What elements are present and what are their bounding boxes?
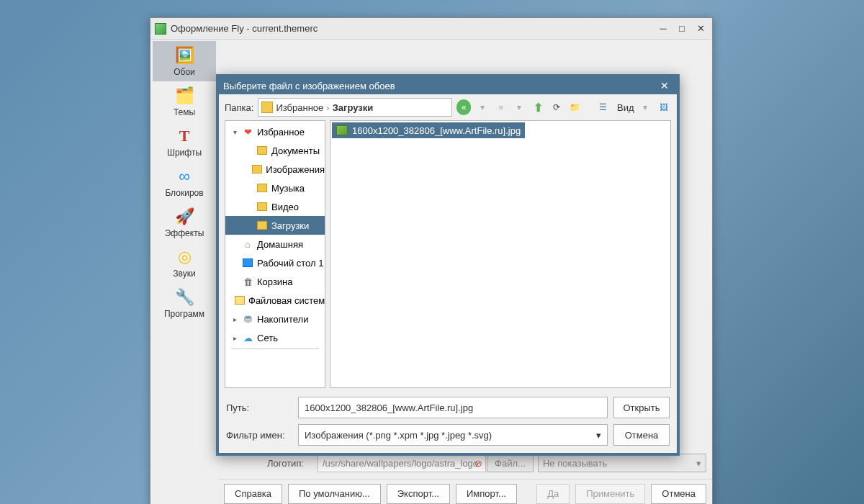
button-bar: Справка По умолчанию... Экспорт... Импор… xyxy=(218,479,712,504)
import-button[interactable]: Импорт... xyxy=(456,484,517,504)
tree-item-10[interactable]: ▸⛃Накопители xyxy=(225,310,325,328)
tree-item-11[interactable]: ▸☁Сеть xyxy=(225,328,325,347)
app-icon xyxy=(155,23,166,35)
folder-icon xyxy=(261,102,273,113)
close-button[interactable]: ✕ xyxy=(693,22,708,35)
back-button[interactable]: « xyxy=(456,99,471,115)
file-dialog: Выберите файл с изображением обоев ✕ Пап… xyxy=(216,74,680,456)
forward-menu-button: ▾ xyxy=(513,99,527,115)
view-label: Вид xyxy=(617,102,634,113)
maximize-button[interactable]: □ xyxy=(675,22,689,35)
forward-button: » xyxy=(494,99,508,115)
dialog-cancel-button[interactable]: Отмена xyxy=(613,424,670,446)
sidebar-icon: 🗂️ xyxy=(174,86,194,106)
preview-toggle-button[interactable]: 🖼 xyxy=(657,99,671,115)
tree-item-9[interactable]: Файловая система xyxy=(225,291,325,310)
view-menu-button[interactable]: ▾ xyxy=(639,99,653,115)
titlebar[interactable]: Оформление Fly - current.themerc ─ □ ✕ xyxy=(150,18,712,40)
sidebar-icon: ◎ xyxy=(174,247,194,267)
tree-item-4[interactable]: Видео xyxy=(225,197,325,216)
expand-icon[interactable]: ▾ xyxy=(231,128,238,136)
places-tree[interactable]: ▾❤ИзбранноеДокументыИзображенияМузыкаВид… xyxy=(225,120,325,388)
new-folder-button[interactable]: 📁 xyxy=(568,99,582,115)
dialog-titlebar[interactable]: Выберите файл с изображением обоев ✕ xyxy=(219,77,677,94)
breadcrumb-seg-0[interactable]: Избранное xyxy=(276,102,323,113)
tree-item-3[interactable]: Музыка xyxy=(225,179,325,197)
sidebar-item-5[interactable]: ◎Звуки xyxy=(153,243,216,283)
heart-icon: ❤ xyxy=(242,126,253,138)
filesystem-icon xyxy=(235,294,245,306)
sidebar-item-2[interactable]: TШрифты xyxy=(153,122,216,162)
sidebar-icon: 🚀 xyxy=(174,207,194,227)
folder-icon xyxy=(256,201,268,212)
window-title: Оформление Fly - current.themerc xyxy=(171,23,656,34)
sidebar-item-0[interactable]: 🖼️Обои xyxy=(153,41,216,81)
tree-label: Избранное xyxy=(257,127,305,138)
sidebar-label: Звуки xyxy=(173,269,195,279)
file-item-0[interactable]: 1600x1200_382806_[www.ArtFile.ru].jpg xyxy=(332,122,525,138)
view-icon: ☰ xyxy=(595,99,610,115)
trash-icon: 🗑 xyxy=(242,276,253,287)
defaults-button[interactable]: По умолчанию... xyxy=(288,484,381,504)
chevron-right-icon: › xyxy=(326,102,329,113)
tree-label: Рабочий стол 1 xyxy=(257,258,323,269)
dialog-toolbar: Папка: Избранное › Загрузки « ▾ » ▾ ⬆ ⟳ … xyxy=(219,94,677,120)
folder-icon xyxy=(256,145,268,156)
folder-icon xyxy=(252,163,262,175)
file-list[interactable]: 1600x1200_382806_[www.ArtFile.ru].jpg xyxy=(330,120,671,388)
clear-icon[interactable]: ⊘ xyxy=(474,458,482,469)
logo-display-select[interactable]: Не показывать▾ xyxy=(538,454,706,472)
expand-icon[interactable]: ▸ xyxy=(231,315,238,323)
dialog-close-button[interactable]: ✕ xyxy=(658,79,671,92)
sidebar-icon: ∞ xyxy=(174,166,194,186)
filter-select[interactable]: Изображения (*.png *.xpm *.jpg *.jpeg *.… xyxy=(298,424,608,446)
tree-label: Домашняя xyxy=(257,239,303,250)
cancel-button[interactable]: Отмена xyxy=(651,484,706,504)
logo-label: Логотип: xyxy=(267,458,313,469)
sidebar-icon: 🖼️ xyxy=(174,45,194,66)
filter-label: Фильтр имен: xyxy=(226,430,292,441)
help-button[interactable]: Справка xyxy=(224,484,282,504)
tree-item-7[interactable]: Рабочий стол 1 xyxy=(225,253,325,272)
sidebar-item-4[interactable]: 🚀Эффекты xyxy=(153,202,216,243)
sidebar-label: Шрифты xyxy=(167,148,202,158)
minimize-button[interactable]: ─ xyxy=(656,22,670,35)
refresh-button[interactable]: ⟳ xyxy=(549,99,564,115)
tree-label: Накопители xyxy=(257,314,308,325)
folder-icon xyxy=(256,182,268,194)
tree-item-0[interactable]: ▾❤Избранное xyxy=(225,122,325,141)
tree-label: Сеть xyxy=(257,333,278,343)
back-menu-button[interactable]: ▾ xyxy=(475,99,490,115)
folder-icon xyxy=(256,220,268,231)
up-button[interactable]: ⬆ xyxy=(531,99,545,115)
open-button[interactable]: Открыть xyxy=(613,397,670,418)
sidebar: 🖼️Обои🗂️ТемыTШрифты∞Блокиров🚀Эффекты◎Зву… xyxy=(150,40,218,504)
image-file-icon xyxy=(336,125,348,135)
drives-icon: ⛃ xyxy=(242,313,253,325)
sidebar-item-6[interactable]: 🔧Программ xyxy=(153,283,216,323)
logo-path-input[interactable]: /usr/share/wallpapers/logo/astra_logo xyxy=(318,454,486,472)
tree-item-5[interactable]: Загрузки xyxy=(225,216,325,235)
logo-file-button[interactable]: Файл... xyxy=(487,454,534,472)
path-label: Путь: xyxy=(226,402,292,413)
sidebar-item-3[interactable]: ∞Блокиров xyxy=(153,162,216,202)
export-button[interactable]: Экспорт... xyxy=(387,484,450,504)
tree-label: Музыка xyxy=(271,183,305,194)
tree-item-6[interactable]: ⌂Домашняя xyxy=(225,235,325,253)
chevron-down-icon: ▾ xyxy=(596,430,601,441)
tree-item-2[interactable]: Изображения xyxy=(225,160,325,179)
folder-label: Папка: xyxy=(225,102,253,113)
sidebar-item-1[interactable]: 🗂️Темы xyxy=(153,81,216,122)
yes-button: Да xyxy=(536,484,570,504)
expand-icon[interactable]: ▸ xyxy=(231,334,238,342)
sidebar-label: Эффекты xyxy=(165,228,204,238)
breadcrumb-seg-1[interactable]: Загрузки xyxy=(333,102,374,113)
sidebar-label: Блокиров xyxy=(165,188,203,198)
tree-item-8[interactable]: 🗑Корзина xyxy=(225,272,325,291)
network-icon: ☁ xyxy=(242,332,253,343)
tree-label: Изображения xyxy=(266,164,325,175)
tree-item-1[interactable]: Документы xyxy=(225,141,325,160)
breadcrumb[interactable]: Избранное › Загрузки xyxy=(258,98,452,117)
sidebar-label: Темы xyxy=(174,107,195,117)
path-input[interactable] xyxy=(298,397,608,418)
